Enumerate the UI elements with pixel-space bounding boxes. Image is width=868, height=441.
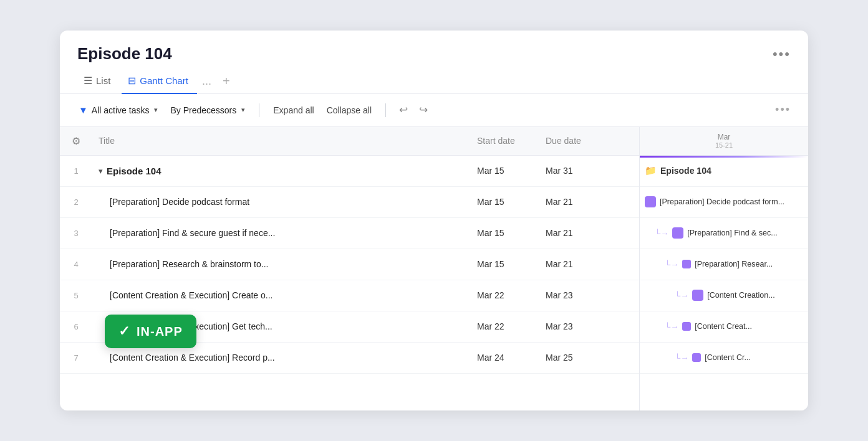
row-title-text: [Content Creation & Execution] Record p.… bbox=[110, 353, 275, 363]
tree-connector: └→ bbox=[675, 291, 688, 300]
tab-add-button[interactable]: + bbox=[218, 72, 235, 91]
gantt-item: └→ [Content Creation... bbox=[645, 290, 775, 301]
row-number: 1 bbox=[60, 156, 92, 186]
gantt-progress-line bbox=[640, 156, 808, 158]
row-title-cell[interactable]: ▾ Episode 104 bbox=[92, 166, 471, 176]
row-due-date: Mar 21 bbox=[539, 197, 608, 207]
tab-list[interactable]: ☰ List bbox=[77, 70, 119, 94]
row-number: 2 bbox=[60, 187, 92, 217]
row-start-date: Mar 22 bbox=[471, 290, 539, 300]
expand-all-button[interactable]: Expand all bbox=[267, 102, 320, 118]
gantt-month-label: Mar bbox=[646, 133, 802, 141]
row-number: 4 bbox=[60, 249, 92, 280]
gantt-label: [Preparation] Resear... bbox=[695, 260, 773, 268]
main-content: ⚙ Title Start date Due date 1 ▾ Episode … bbox=[60, 127, 808, 411]
by-predecessors-button[interactable]: By Predecessors ▾ bbox=[164, 102, 251, 118]
filter-icon: ▼ bbox=[79, 105, 88, 115]
tree-connector: └→ bbox=[665, 322, 678, 331]
gantt-item: 📁 Episode 104 bbox=[645, 165, 711, 176]
all-active-tasks-label: All active tasks bbox=[92, 105, 150, 115]
gantt-row: [Preparation] Decide podcast form... bbox=[640, 187, 808, 218]
row-due-date: Mar 21 bbox=[539, 259, 608, 269]
gantt-row: └→ [Content Cr... bbox=[640, 343, 808, 374]
table-header: ⚙ Title Start date Due date bbox=[60, 127, 639, 156]
gantt-header: Mar 15-21 bbox=[640, 127, 808, 156]
row-title-cell[interactable]: [Preparation] Find & secure guest if nec… bbox=[92, 228, 471, 238]
row-title-text: [Preparation] Research & brainstorm to..… bbox=[110, 259, 268, 269]
row-start-date: Mar 15 bbox=[471, 259, 539, 269]
gantt-item: [Preparation] Decide podcast form... bbox=[645, 196, 784, 207]
gantt-body: 📁 Episode 104 [Preparation] Decide podca… bbox=[640, 156, 808, 411]
row-number: 3 bbox=[60, 218, 92, 249]
undo-icon: ↩ bbox=[399, 103, 408, 116]
gantt-row: └→ [Content Creation... bbox=[640, 280, 808, 311]
table-row: 3 [Preparation] Find & secure guest if n… bbox=[60, 218, 639, 249]
gantt-icon: ⊟ bbox=[128, 75, 136, 87]
row-title-cell[interactable]: [Preparation] Research & brainstorm to..… bbox=[92, 259, 471, 269]
header: Episode 104 ••• bbox=[60, 31, 808, 64]
row-start-date: Mar 22 bbox=[471, 321, 539, 331]
main-window: Episode 104 ••• ☰ List ⊟ Gantt Chart ...… bbox=[60, 31, 808, 410]
gantt-bar bbox=[692, 353, 701, 362]
row-due-date: Mar 23 bbox=[539, 290, 608, 300]
by-predecessors-label: By Predecessors bbox=[170, 105, 236, 115]
start-col-header: Start date bbox=[471, 136, 539, 146]
row-start-date: Mar 15 bbox=[471, 197, 539, 207]
title-col-header: Title bbox=[92, 136, 471, 146]
gantt-area: Mar 15-21 📁 Episode 104 [Prepa bbox=[640, 127, 808, 411]
gantt-item: └→ [Content Creat... bbox=[645, 322, 752, 331]
row-title-text: [Content Creation & Execution] Create o.… bbox=[110, 290, 272, 300]
row-due-date: Mar 25 bbox=[539, 353, 608, 363]
gantt-item: └→ [Content Cr... bbox=[645, 353, 751, 363]
row-title-cell[interactable]: [Content Creation & Execution] Record p.… bbox=[92, 353, 471, 363]
tab-gantt[interactable]: ⊟ Gantt Chart bbox=[122, 70, 197, 94]
table-area: ⚙ Title Start date Due date 1 ▾ Episode … bbox=[60, 127, 640, 411]
gantt-label: Episode 104 bbox=[660, 166, 711, 176]
gantt-bar bbox=[682, 260, 691, 268]
table-body: 1 ▾ Episode 104 Mar 15 Mar 31 2 bbox=[60, 156, 639, 411]
tree-connector: └→ bbox=[655, 229, 668, 238]
row-number: 6 bbox=[60, 311, 92, 342]
redo-icon: ↪ bbox=[419, 103, 428, 116]
gantt-label: [Content Cr... bbox=[705, 353, 751, 362]
gantt-label: [Content Creation... bbox=[707, 291, 774, 300]
gantt-item: └→ [Preparation] Find & sec... bbox=[645, 227, 778, 239]
gantt-bar bbox=[645, 196, 656, 207]
folder-icon: 📁 bbox=[645, 165, 657, 176]
row-title-text: Episode 104 bbox=[107, 166, 162, 176]
row-number: 5 bbox=[60, 280, 92, 311]
tree-connector: └→ bbox=[665, 260, 678, 269]
gantt-label: [Content Creat... bbox=[695, 322, 752, 331]
row-title-cell[interactable]: [Content Creation & Execution] Create o.… bbox=[92, 290, 471, 300]
table-row: 5 [Content Creation & Execution] Create … bbox=[60, 280, 639, 311]
predecessors-dropdown-arrow: ▾ bbox=[241, 106, 245, 114]
row-title-cell[interactable]: [Preparation] Decide podcast format bbox=[92, 197, 471, 207]
all-tasks-dropdown-arrow: ▾ bbox=[154, 106, 158, 114]
redo-button[interactable]: ↪ bbox=[413, 100, 433, 120]
toolbar-divider-2 bbox=[385, 103, 386, 117]
tabs-more-button[interactable]: ... bbox=[202, 75, 211, 88]
gantt-bar bbox=[682, 322, 691, 331]
toolbar-more-button[interactable]: ••• bbox=[770, 100, 796, 120]
expand-arrow[interactable]: ▾ bbox=[99, 166, 103, 176]
gantt-bar bbox=[672, 227, 683, 239]
undo-button[interactable]: ↩ bbox=[393, 100, 413, 120]
settings-icon[interactable]: ⚙ bbox=[72, 135, 80, 147]
table-row: 1 ▾ Episode 104 Mar 15 Mar 31 bbox=[60, 156, 639, 187]
header-more-button[interactable]: ••• bbox=[773, 46, 791, 62]
collapse-all-button[interactable]: Collapse all bbox=[321, 102, 378, 118]
row-title-text: [Preparation] Decide podcast format bbox=[110, 197, 249, 207]
in-app-check-icon: ✓ bbox=[118, 323, 130, 339]
table-row: 2 [Preparation] Decide podcast format Ma… bbox=[60, 187, 639, 218]
row-due-date: Mar 31 bbox=[539, 166, 608, 176]
tree-connector: └→ bbox=[675, 353, 688, 363]
row-start-date: Mar 15 bbox=[471, 166, 539, 176]
toolbar: ▼ All active tasks ▾ By Predecessors ▾ E… bbox=[60, 94, 808, 127]
settings-col: ⚙ bbox=[60, 127, 92, 155]
filter-button[interactable]: ▼ All active tasks ▾ bbox=[72, 102, 164, 118]
row-due-date: Mar 21 bbox=[539, 228, 608, 238]
in-app-label: IN-APP bbox=[137, 325, 183, 339]
tabs-bar: ☰ List ⊟ Gantt Chart ... + bbox=[60, 64, 808, 94]
gantt-bar bbox=[692, 290, 703, 301]
in-app-badge: ✓ IN-APP bbox=[105, 315, 196, 348]
